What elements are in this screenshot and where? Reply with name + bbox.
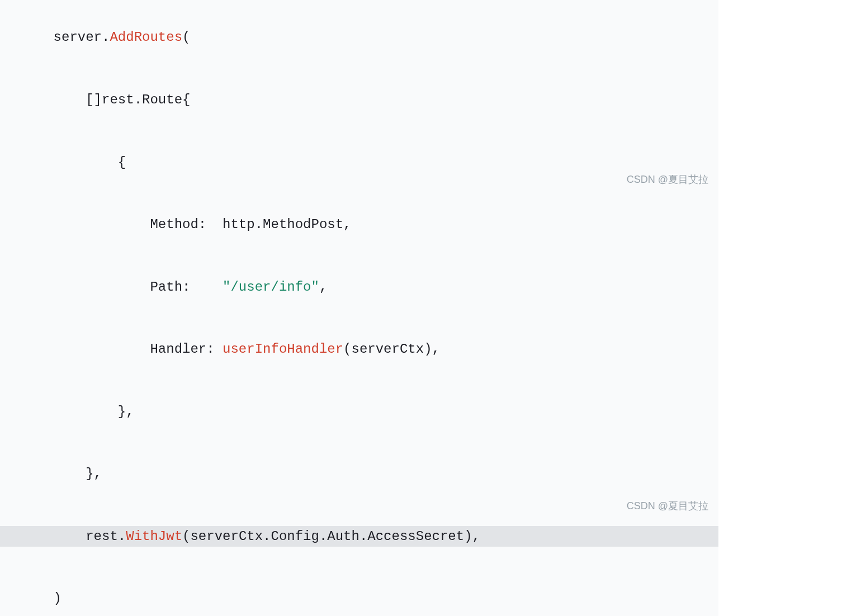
code-line: Method: http.MethodPost, — [0, 214, 718, 235]
code-block-routes: server.AddRoutes( []rest.Route{ { Method… — [0, 0, 718, 616]
function-call: AddRoutes — [110, 30, 182, 45]
code-line-highlighted: rest.WithJwt(serverCtx.Config.Auth.Acces… — [0, 526, 718, 547]
code-line: Path: "/user/info", — [0, 277, 718, 297]
code-document: server.AddRoutes( []rest.Route{ { Method… — [0, 0, 718, 616]
code-text: Handler: — [21, 342, 223, 357]
code-line: server.AddRoutes( — [0, 27, 718, 48]
code-line: { — [0, 152, 718, 173]
code-text: ( — [182, 30, 190, 45]
code-text: rest. — [21, 529, 126, 544]
watermark-text: CSDN @夏目艾拉 — [627, 499, 708, 514]
code-line: Handler: userInfoHandler(serverCtx), — [0, 339, 718, 359]
function-call: WithJwt — [126, 529, 182, 544]
code-text: (serverCtx.Config.Auth.AccessSecret), — [182, 529, 480, 544]
code-text: Path: — [21, 279, 223, 295]
code-text: , — [319, 279, 327, 295]
code-line: }, — [0, 401, 718, 422]
function-call: userInfoHandler — [223, 342, 343, 357]
code-line: ) — [0, 588, 718, 609]
string-literal: "/user/info" — [223, 279, 319, 295]
code-line: []rest.Route{ — [0, 89, 718, 110]
code-line: }, — [0, 463, 718, 484]
watermark-text: CSDN @夏目艾拉 — [627, 172, 708, 188]
code-text: server. — [21, 30, 110, 45]
code-text: (serverCtx), — [343, 342, 440, 357]
